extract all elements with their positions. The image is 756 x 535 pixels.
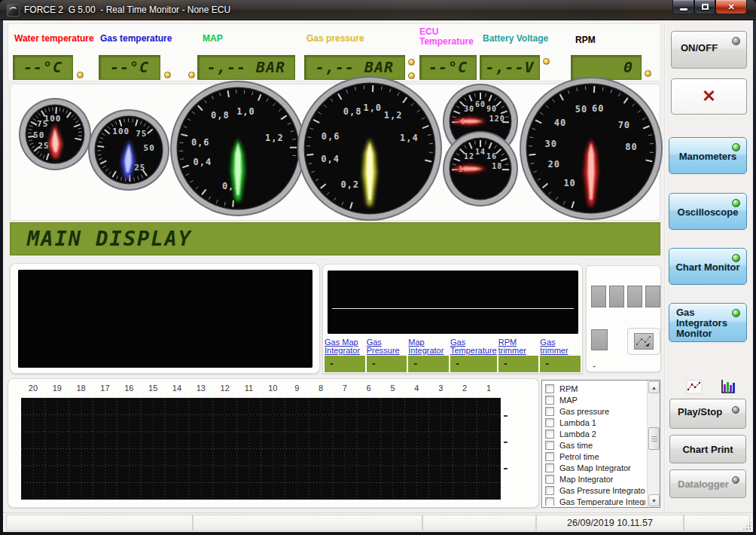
svg-text:0,6: 0,6 [191,137,210,148]
manometers-led [732,143,740,151]
channel-checkbox[interactable] [545,430,554,439]
svg-text:0,8: 0,8 [343,106,362,117]
app-icon [7,4,20,17]
channel-checkbox-label: Lambda 2 [559,430,596,439]
integrator-label-link[interactable]: RPM trimmer [498,338,539,356]
chart-x-label: 16 [117,384,141,393]
svg-text:80: 80 [625,142,637,152]
battery-voltage-gauge: 1012141618 [442,130,519,207]
status-bar: 26/09/2019 10.11.57 [3,512,753,532]
scrollbar-thumb[interactable] [648,427,660,450]
svg-text:1,2: 1,2 [384,110,403,121]
manometers-button[interactable]: Manometers [669,137,747,174]
on-off-led [732,37,740,45]
channel-checkbox[interactable] [545,384,554,393]
svg-text:70: 70 [618,120,630,130]
scroll-up-icon[interactable]: ▲ [648,381,660,393]
maximize-button[interactable] [694,0,715,14]
integrator-label-link[interactable]: Gas Map Integrator [325,338,365,356]
chart-x-label: 4 [405,384,429,393]
channel-checkbox-row: RPM [545,383,645,394]
window-title: FORCE 2 G 5.00 - Real Time Monitor - Non… [24,5,230,15]
gauges-panel: 2550751002550751000,20,40,60,81,01,20,20… [10,84,660,221]
channel-checkbox-label: MAP [559,396,578,405]
channel-list-scrollbar[interactable]: ▲ ▼ [647,381,660,507]
chart-right-tick [504,415,508,417]
indicator-square-4 [645,286,660,307]
resize-grip-icon[interactable] [743,522,751,530]
svg-text:1,0: 1,0 [236,106,255,117]
channel-checkbox-label: Map Integrator [559,475,614,484]
line-chart-icon[interactable] [686,380,703,397]
status-cell-2 [193,515,422,531]
minimize-button[interactable] [672,0,694,14]
channel-checkbox-row: Petrol time [545,451,645,462]
integrator-strip: Gas Map Integrator-Gas Pressure-Map Inte… [325,338,581,373]
window-frame-bottom [0,532,756,535]
channel-checkbox-row: Gas pressure [545,405,645,417]
battery-voltage-label: Battery Voltage [483,34,548,44]
channel-readout-panel: Water temperature --°C Gas temperature -… [8,23,661,81]
exit-button[interactable]: ✕ [671,78,747,115]
datalogger-button[interactable]: Datalogger [669,469,746,498]
chart-monitor-button[interactable]: Chart Monitor [669,248,747,285]
svg-text:25: 25 [134,163,145,173]
channel-checkbox-label: Gas pressure [559,407,609,416]
close-button[interactable]: ✕ [715,0,747,14]
gas-pressure-label: Gas pressure [306,34,364,44]
bar-chart-icon[interactable] [720,379,736,397]
on-off-button[interactable]: ON/OFF [671,31,747,69]
minimize-icon [680,8,687,11]
oscilloscope-led [732,199,740,207]
integrator-label-link[interactable]: Gas trimmer [540,338,581,356]
scatter-view-button[interactable] [627,328,660,355]
svg-text:120: 120 [489,115,505,123]
svg-text:0,8: 0,8 [211,110,230,121]
svg-text:30: 30 [464,105,474,113]
channel-checkbox-label: RPM [559,384,578,393]
indicator-mini-panel: - [586,265,661,372]
svg-text:14: 14 [475,148,486,156]
chart-x-label: 8 [309,384,333,393]
integrator-column: Gas Map Integrator- [325,338,365,373]
manometers-button-label: Manometers [669,150,746,161]
channel-checkbox[interactable] [545,463,554,472]
gas-pressure-gauge: 0,20,40,60,81,01,21,4 [297,75,443,222]
channel-checkbox[interactable] [545,418,554,427]
status-cell-1 [6,515,193,531]
oscilloscope-button[interactable]: Oscilloscope [669,193,747,230]
scroll-down-icon[interactable]: ▼ [648,494,660,506]
channel-checkbox-row: Lambda 2 [545,428,645,439]
svg-text:16: 16 [486,152,497,160]
datalogger-led [732,476,739,484]
svg-text:1,2: 1,2 [265,133,284,143]
channel-checkbox-label: Gas time [559,441,593,450]
channel-checkbox[interactable] [545,407,554,416]
water-temperature-led [77,72,84,78]
integrators-screen-panel: Gas Map Integrator-Gas Pressure-Map Inte… [322,264,583,374]
integrator-label-link[interactable]: Map Integrator [408,338,449,356]
chart-right-tick [504,442,508,443]
chart-x-label: 20 [21,384,45,393]
channel-checkbox-row: Gas time [545,439,645,451]
integrator-label-link[interactable]: Gas Pressure [367,338,407,356]
channel-checkbox[interactable] [545,396,554,405]
play-stop-button[interactable]: Play/Stop [669,399,746,429]
status-cell-3 [422,515,536,531]
channel-checkbox[interactable] [545,452,554,461]
channel-checkbox[interactable] [545,441,554,450]
svg-text:60: 60 [592,103,604,114]
gas-integrators-monitor-button[interactable]: Gas Integrators Monitor [669,303,747,342]
water-temperature-lcd: --°C [13,55,73,80]
channel-checkbox[interactable] [545,497,554,506]
integrator-value: - [367,356,407,372]
svg-text:20: 20 [547,159,559,170]
channel-checkbox-label: Lambda 1 [559,418,596,427]
svg-text:50: 50 [33,130,44,140]
chart-panel: 2019181716151413121110987654321 [8,378,539,508]
channel-checkbox-label: Petrol time [559,452,599,461]
channel-checkbox[interactable] [545,475,554,484]
chart-print-button[interactable]: Chart Print [669,435,746,463]
channel-checkbox[interactable] [545,486,554,495]
integrator-label-link[interactable]: Gas Temperature [450,338,497,356]
